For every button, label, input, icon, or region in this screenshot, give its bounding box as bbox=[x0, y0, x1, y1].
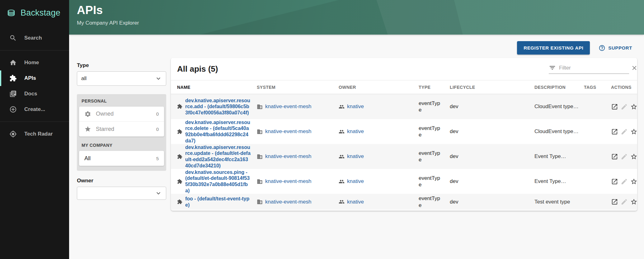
sidebar-item-search[interactable]: Search bbox=[0, 30, 69, 46]
sidebar-item-create[interactable]: Create... bbox=[0, 102, 69, 117]
system-link[interactable]: knative-event-mesh bbox=[265, 199, 311, 205]
open-in-new-icon[interactable] bbox=[611, 103, 618, 110]
sidebar-item-label: Docs bbox=[24, 91, 37, 97]
api-name-link[interactable]: foo - (default/test-event-type) bbox=[185, 196, 251, 208]
owner-link[interactable]: knative bbox=[347, 178, 364, 185]
filter-item-count: 0 bbox=[156, 111, 159, 117]
open-in-new-icon[interactable] bbox=[611, 198, 618, 205]
open-in-new-icon[interactable] bbox=[611, 128, 618, 135]
star-border-icon[interactable] bbox=[630, 198, 637, 205]
extension-icon bbox=[177, 129, 182, 134]
edit-icon[interactable] bbox=[621, 198, 628, 205]
owner-select[interactable] bbox=[77, 187, 166, 200]
table-header-bar: All apis (5) bbox=[171, 58, 637, 80]
table-row: dev.knative.sources.ping - (default/et-d… bbox=[171, 169, 637, 194]
api-name-link[interactable]: dev.knative.sources.ping - (default/et-d… bbox=[185, 169, 251, 194]
system-link[interactable]: knative-event-mesh bbox=[265, 178, 311, 185]
clear-filter-icon[interactable] bbox=[631, 65, 638, 71]
owner-link[interactable]: knative bbox=[347, 199, 364, 205]
column-header-actions: ACTIONS bbox=[611, 85, 635, 90]
type-cell: eventType bbox=[419, 150, 442, 163]
filter-item-label: Starred bbox=[96, 126, 152, 132]
lifecycle-cell: dev bbox=[450, 153, 534, 160]
sidebar-item-docs[interactable]: Docs bbox=[0, 86, 69, 102]
type-select-value: all bbox=[81, 75, 87, 82]
star-border-icon[interactable] bbox=[630, 103, 637, 110]
edit-icon[interactable] bbox=[621, 103, 628, 110]
filter-item-count: 0 bbox=[156, 127, 159, 132]
column-header-type[interactable]: TYPE bbox=[419, 85, 450, 90]
support-button[interactable]: SUPPORT bbox=[599, 45, 632, 51]
filter-item-starred[interactable]: Starred 0 bbox=[79, 122, 164, 137]
column-header-name[interactable]: NAME bbox=[177, 85, 257, 90]
sidebar-item-label: Tech Radar bbox=[24, 131, 53, 137]
settings-icon bbox=[84, 111, 91, 118]
chevron-down-icon bbox=[155, 189, 162, 197]
register-existing-api-button[interactable]: REGISTER EXISTING API bbox=[517, 41, 590, 55]
filter-list-icon bbox=[549, 64, 556, 71]
sidebar-item-label: Home bbox=[24, 60, 39, 66]
owner-link[interactable]: knative bbox=[347, 128, 364, 135]
extension-icon bbox=[177, 154, 182, 159]
column-header-system[interactable]: SYSTEM bbox=[257, 85, 339, 90]
filter-item-all[interactable]: All 5 bbox=[79, 151, 164, 166]
table-filter bbox=[549, 64, 629, 74]
type-select[interactable]: all bbox=[77, 71, 166, 86]
table-filter-input[interactable] bbox=[559, 65, 628, 71]
sidebar-item-apis[interactable]: APIs bbox=[0, 70, 69, 86]
open-in-new-icon[interactable] bbox=[611, 153, 618, 160]
edit-icon[interactable] bbox=[621, 128, 628, 135]
filter-item-owned[interactable]: Owned 0 bbox=[79, 107, 164, 122]
group-icon bbox=[339, 104, 345, 110]
help-icon bbox=[599, 45, 605, 51]
sidebar-item-tech-radar[interactable]: Tech Radar bbox=[0, 126, 69, 142]
owner-link[interactable]: knative bbox=[347, 153, 364, 160]
star-icon bbox=[84, 126, 91, 132]
owner-link[interactable]: knative bbox=[347, 103, 364, 110]
add-circle-icon bbox=[9, 106, 17, 113]
home-icon bbox=[9, 59, 17, 66]
api-name-link[interactable]: dev.knative.apiserver.resource.update - … bbox=[185, 144, 251, 169]
brand-wordmark: Backstage bbox=[21, 8, 60, 18]
sidebar-item-home[interactable]: Home bbox=[0, 55, 69, 70]
open-in-new-icon[interactable] bbox=[611, 178, 618, 185]
personal-group-label: PERSONAL bbox=[82, 98, 162, 103]
domain-icon bbox=[257, 199, 263, 205]
domain-icon bbox=[257, 154, 263, 160]
column-header-description[interactable]: DESCRIPTION bbox=[534, 85, 584, 90]
column-header-lifecycle[interactable]: LIFECYCLE bbox=[450, 85, 534, 90]
system-link[interactable]: knative-event-mesh bbox=[265, 128, 311, 135]
column-header-owner[interactable]: OWNER bbox=[339, 85, 419, 90]
api-name-link[interactable]: dev.knative.apiserver.resource.delete - … bbox=[185, 119, 251, 144]
backstage-logo[interactable]: Backstage bbox=[0, 0, 69, 18]
extension-icon bbox=[177, 104, 182, 109]
type-filter-label: Type bbox=[77, 62, 166, 69]
radar-icon bbox=[9, 130, 17, 138]
lifecycle-cell: dev bbox=[450, 178, 534, 185]
extension-icon bbox=[177, 199, 182, 204]
sidebar-divider bbox=[0, 50, 69, 50]
description-cell: CloudEvent type… bbox=[534, 103, 584, 110]
description-cell: Event Type… bbox=[534, 178, 584, 185]
description-cell: Test event type bbox=[534, 199, 584, 205]
system-link[interactable]: knative-event-mesh bbox=[265, 103, 311, 110]
star-border-icon[interactable] bbox=[630, 178, 637, 185]
page-header: APIs My Company API Explorer bbox=[69, 0, 644, 35]
column-header-tags[interactable]: TAGS bbox=[584, 85, 611, 90]
sidebar-item-label: Create... bbox=[24, 106, 45, 113]
description-cell: Event Type… bbox=[534, 153, 584, 160]
personal-group-card: Owned 0 Starred 0 bbox=[79, 107, 164, 137]
table-row: dev.knative.apiserver.resource.add - (de… bbox=[171, 94, 637, 119]
page-subtitle: My Company API Explorer bbox=[69, 17, 644, 26]
group-icon bbox=[339, 179, 345, 185]
star-border-icon[interactable] bbox=[630, 128, 637, 135]
system-link[interactable]: knative-event-mesh bbox=[265, 153, 311, 160]
extension-icon bbox=[9, 74, 17, 82]
edit-icon[interactable] bbox=[621, 153, 628, 160]
extension-icon bbox=[177, 179, 182, 184]
api-table-card: All apis (5) NAME SYSTEM OWNER TYPE LIFE… bbox=[171, 58, 637, 211]
lifecycle-cell: dev bbox=[450, 103, 534, 110]
edit-icon[interactable] bbox=[621, 178, 628, 185]
star-border-icon[interactable] bbox=[630, 153, 637, 160]
api-name-link[interactable]: dev.knative.apiserver.resource.add - (de… bbox=[185, 98, 251, 116]
